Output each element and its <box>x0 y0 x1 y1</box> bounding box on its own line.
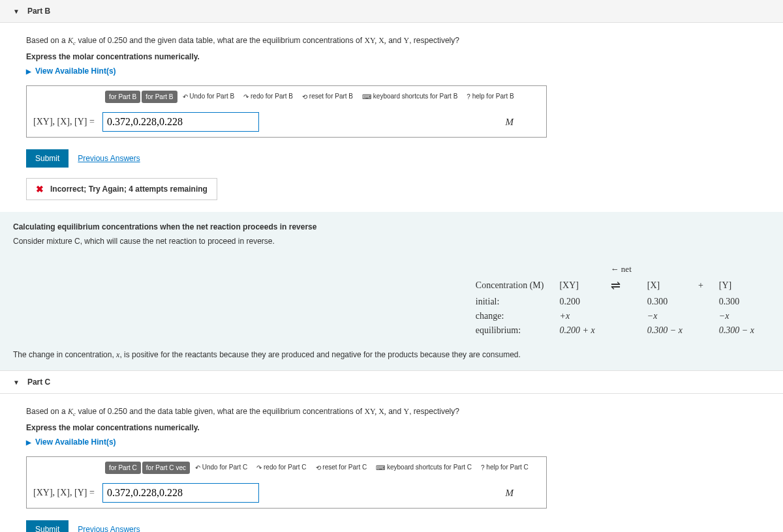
redo-icon: ↷ <box>256 464 262 471</box>
submit-button-b[interactable]: Submit <box>26 149 69 168</box>
cell: −x <box>719 311 729 321</box>
explanation-heading: Calculating equilibrium concentrations w… <box>13 222 770 231</box>
reset-icon: ⟲ <box>302 93 307 100</box>
undo-icon: ↶ <box>183 93 188 100</box>
undo-button[interactable]: ↶ Undo for Part B <box>179 90 239 103</box>
keyboard-button[interactable]: ⌨ keyboard shortcuts for Part B <box>358 90 461 103</box>
answer-label: [XY], [X], [Y] = <box>33 117 99 127</box>
help-button[interactable]: ? help for Part C <box>477 461 532 474</box>
toolbar-btn-1[interactable]: for Part C <box>105 462 141 474</box>
toolbar-c: for Part C for Part C vec ↶ Undo for Par… <box>27 457 546 478</box>
net-arrow: ← net <box>611 263 646 276</box>
part-c-body: Based on a Kc value of 0.250 and the dat… <box>0 394 783 532</box>
express-instruction: Express the molar concentrations numeric… <box>26 423 757 432</box>
text: Undo for Part B <box>189 93 234 100</box>
answer-label: [XY], [X], [Y] = <box>33 488 99 498</box>
text: and <box>386 407 404 416</box>
answer-row-c: [XY], [X], [Y] = M <box>27 478 546 508</box>
toolbar-btn-2[interactable]: for Part C vec <box>142 462 190 474</box>
view-hints-link-c[interactable]: ▶ View Available Hint(s) <box>26 437 116 447</box>
undo-icon: ↶ <box>195 464 200 471</box>
text: and <box>386 36 404 45</box>
previous-answers-link-b[interactable]: Previous Answers <box>78 154 140 163</box>
redo-button[interactable]: ↷ redo for Part B <box>239 90 297 103</box>
keyboard-icon: ⌨ <box>362 93 371 100</box>
text: keyboard shortcuts for Part B <box>373 93 458 100</box>
text: Y <box>404 407 410 416</box>
row-initial: initial: <box>476 295 559 308</box>
part-c-header[interactable]: ▼ Part C <box>0 370 783 394</box>
text: Undo for Part C <box>202 464 247 471</box>
reset-button[interactable]: ⟲ reset for Part C <box>312 461 371 474</box>
cell: −x <box>647 311 658 321</box>
answer-input-b[interactable] <box>102 112 259 132</box>
caret-down-icon: ▼ <box>13 8 20 15</box>
col-x: [X] <box>647 277 697 294</box>
plus: + <box>698 277 718 294</box>
feedback-text: Incorrect; Try Again; 4 attempts remaini… <box>50 185 207 194</box>
col-conc: Concentration (M) <box>476 277 559 294</box>
reset-button[interactable]: ⟲ reset for Part B <box>298 90 357 103</box>
text: The change in concentration, <box>13 350 116 359</box>
view-hints-link[interactable]: ▶ View Available Hint(s) <box>26 66 116 76</box>
text: , respectively? <box>409 407 459 416</box>
redo-button[interactable]: ↷ redo for Part C <box>253 461 310 474</box>
part-b-title: Part B <box>27 7 50 16</box>
toolbar-btn-2[interactable]: for Part B <box>142 91 177 103</box>
redo-icon: ↷ <box>243 93 249 100</box>
help-button[interactable]: ? help for Part B <box>463 90 517 103</box>
toolbar-b: for Part B for Part B ↶ Undo for Part B … <box>27 86 546 107</box>
part-b-prompt: Based on a Kc value of 0.250 and the giv… <box>26 35 757 48</box>
feedback-b: ✖ Incorrect; Try Again; 4 attempts remai… <box>26 178 217 200</box>
cell: 0.300 − x <box>719 325 754 335</box>
previous-answers-link-c[interactable]: Previous Answers <box>78 525 140 532</box>
answer-row-b: [XY], [X], [Y] = M <box>27 107 546 137</box>
text: Y <box>404 36 410 45</box>
hints-label: View Available Hint(s) <box>35 66 116 76</box>
part-b-header[interactable]: ▼ Part B <box>0 0 783 23</box>
explanation-line1: Consider mixture C, which will cause the… <box>13 235 770 247</box>
submit-button-c[interactable]: Submit <box>26 520 69 532</box>
text: redo for Part B <box>251 93 293 100</box>
keyboard-icon: ⌨ <box>376 464 385 471</box>
part-c-prompt: Based on a Kc value of 0.250 and the dat… <box>26 406 757 419</box>
explanation-note: The change in concentration, x, is posit… <box>0 342 783 370</box>
text: for Part C <box>146 464 174 471</box>
hints-label: View Available Hint(s) <box>35 437 116 447</box>
row-equilibrium: equilibrium: <box>476 324 559 337</box>
text: and the given data table, what are the e… <box>127 36 365 45</box>
answer-box-b: for Part B for Part B ↶ Undo for Part B … <box>26 85 547 138</box>
answer-unit: M <box>506 488 514 499</box>
text: reset for Part C <box>322 464 367 471</box>
reset-icon: ⟲ <box>316 464 321 471</box>
text: redo for Part C <box>264 464 307 471</box>
caret-down-icon: ▼ <box>13 379 20 386</box>
answer-unit: M <box>506 117 514 128</box>
text: 0.250 <box>108 36 127 45</box>
kc-symbol: Kc <box>68 407 76 416</box>
text: value of <box>76 36 108 45</box>
cell: 0.200 + x <box>559 325 594 335</box>
cell: 0.300 <box>719 295 769 308</box>
undo-button[interactable]: ↶ Undo for Part C <box>191 461 251 474</box>
text: help for Part B <box>472 93 514 100</box>
incorrect-icon: ✖ <box>36 184 44 194</box>
text: , respectively? <box>409 36 459 45</box>
keyboard-button[interactable]: ⌨ keyboard shortcuts for Part C <box>372 461 476 474</box>
answer-input-c[interactable] <box>102 483 259 503</box>
col-y: [Y] <box>719 277 769 294</box>
kc-symbol: Kc <box>68 36 76 45</box>
text: XY, X, <box>364 407 386 416</box>
submit-row-b: Submit Previous Answers <box>26 149 757 168</box>
ice-table-area: ← net Concentration (M) [XY] ⇌ [X] + [Y]… <box>0 258 783 342</box>
submit-row-c: Submit Previous Answers <box>26 520 757 532</box>
text: XY, X, <box>364 36 386 45</box>
row-change: change: <box>476 310 559 323</box>
answer-box-c: for Part C for Part C vec ↶ Undo for Par… <box>26 456 547 509</box>
help-icon: ? <box>467 93 470 100</box>
caret-right-icon: ▶ <box>26 439 31 446</box>
explanation-section: Calculating equilibrium concentrations w… <box>0 212 783 258</box>
help-icon: ? <box>481 464 485 471</box>
text: Based on a <box>26 36 68 45</box>
toolbar-btn-1[interactable]: for Part B <box>105 91 140 103</box>
